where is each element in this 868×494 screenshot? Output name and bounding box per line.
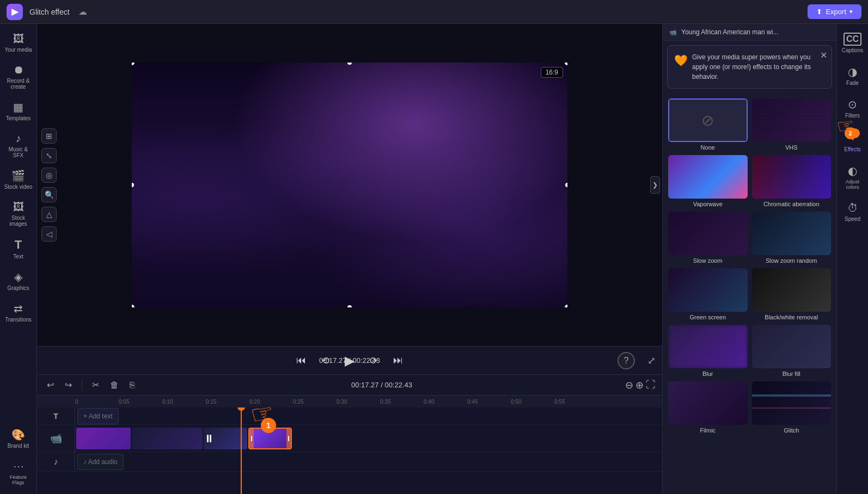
effect-chromatic[interactable]: Chromatic aberration: [752, 155, 832, 207]
undo-button[interactable]: ↩: [44, 378, 57, 392]
text-track-content[interactable]: + Add text: [75, 407, 662, 424]
sidebar-label-feature-flags: Feature Flags: [4, 474, 33, 485]
video-clip-2[interactable]: [132, 428, 203, 449]
skip-start-button[interactable]: ⏮: [294, 353, 308, 368]
feature-flags-icon: ⋯: [13, 460, 24, 473]
zoom-in-button[interactable]: ⊕: [635, 379, 644, 391]
effects-panel: 📹 Young African American man wi... 🧡 Giv…: [662, 24, 836, 494]
sidebar-item-record[interactable]: ⏺ Record & create: [2, 59, 35, 94]
effect-slow-zoom[interactable]: Slow zoom: [668, 212, 748, 264]
effect-slow-zoom-random[interactable]: Slow zoom random: [752, 212, 832, 264]
sidebar-item-stock-images[interactable]: 🖼 Stock images: [2, 196, 35, 231]
upload-icon: ⬆: [816, 8, 822, 16]
effect-thumb-vhs: [752, 98, 832, 142]
effect-blur-fill[interactable]: Blur fill: [752, 325, 832, 377]
handle-br[interactable]: [565, 305, 567, 307]
preview-left-tools: ⊞ ⤡ ◎ 🔍 △ ◁: [41, 128, 57, 242]
add-text-button[interactable]: + Add text: [77, 408, 119, 424]
panel-collapse-arrow[interactable]: ❯: [650, 176, 660, 194]
captions-icon: CC: [843, 33, 861, 46]
zoom-tool[interactable]: 🔍: [41, 187, 57, 202]
zoom-out-button[interactable]: ⊖: [625, 379, 633, 391]
project-title: Glitch effect: [29, 8, 70, 16]
sidebar-item-stock-video[interactable]: 🎬 Stock video: [2, 165, 35, 194]
effect-vaporwave[interactable]: Vaporwave: [668, 155, 748, 207]
far-right-effects[interactable]: ☞ 2 ✦ 2 Effects: [839, 126, 867, 157]
effect-thumb-vaporwave: [668, 155, 748, 199]
add-text-label: + Add text: [83, 412, 113, 420]
effect-label-blur: Blur: [668, 370, 748, 377]
far-right-panel: CC Captions ◑ Fade ⊙ Filters ☞ 2 ✦ 2 Eff…: [836, 24, 868, 494]
effects-scroll[interactable]: ⊘ None VHS: [663, 93, 836, 494]
templates-icon: ▦: [13, 101, 23, 114]
sidebar-label-graphics: Graphics: [7, 285, 29, 291]
sidebar-label-text: Text: [13, 254, 23, 260]
sidebar-item-templates[interactable]: ▦ Templates: [2, 96, 35, 126]
effect-filmic[interactable]: Filmic: [668, 381, 748, 434]
effects-badge: 2: [850, 128, 860, 138]
effect-label-glitch: Glitch: [752, 427, 832, 434]
sidebar-item-text[interactable]: T Text: [2, 233, 35, 264]
time-display: 00:17.27 / 00:22.43: [319, 356, 380, 365]
far-right-speed[interactable]: ⏱ Speed: [839, 197, 867, 226]
effect-none[interactable]: ⊘ None: [668, 98, 748, 151]
duplicate-button[interactable]: ⎘: [126, 379, 138, 392]
add-audio-button[interactable]: ♪ Add audio: [77, 454, 124, 470]
audio-track-content[interactable]: ♪ Add audio: [75, 452, 662, 471]
arrow-tool[interactable]: △: [41, 207, 57, 222]
effect-thumb-blur-fill: [752, 325, 832, 368]
effect-thumb-none: ⊘: [668, 98, 748, 142]
video-clip-4-active[interactable]: [248, 428, 292, 449]
delete-button[interactable]: 🗑: [107, 379, 122, 392]
crop-tool[interactable]: ⊞: [41, 128, 57, 144]
sidebar-label-brand: Brand kit: [8, 443, 29, 449]
motion-tool[interactable]: ◎: [41, 168, 57, 183]
skip-end-button[interactable]: ⏭: [391, 353, 405, 368]
playhead[interactable]: [241, 407, 242, 494]
main-layout: 🖼 Your media ⏺ Record & create ▦ Templat…: [0, 24, 868, 494]
cut-button[interactable]: ✂: [89, 378, 102, 392]
effect-thumb-blur: [668, 325, 748, 368]
fullscreen-button[interactable]: ⤢: [647, 355, 656, 367]
far-right-filters[interactable]: ⊙ Filters: [839, 94, 867, 123]
adjust-colors-label: Adjust colors: [841, 179, 865, 190]
far-right-adjust-colors[interactable]: ◐ Adjust colors: [839, 160, 867, 194]
tooltip-text: Give your media super powers when you ap…: [692, 52, 825, 82]
fit-button[interactable]: ⛶: [646, 379, 656, 391]
filters-icon: ⊙: [848, 98, 857, 111]
sidebar-item-brand[interactable]: 🎨 Brand kit: [2, 424, 35, 453]
effect-bw-removal[interactable]: Black/white removal: [752, 268, 832, 320]
speed-icon: ⏱: [847, 202, 858, 214]
help-button[interactable]: ?: [618, 352, 635, 369]
transform-tool[interactable]: ⤡: [41, 148, 57, 163]
effect-label-filmic: Filmic: [668, 427, 748, 434]
text-track-row: T + Add text: [37, 407, 662, 425]
sidebar-item-transitions[interactable]: ⇄ Transitions: [2, 298, 35, 327]
tooltip-close-button[interactable]: ✕: [820, 50, 827, 60]
far-right-fade[interactable]: ◑ Fade: [839, 61, 867, 90]
effect-label-vhs: VHS: [752, 144, 832, 151]
effect-label-slow-zoom: Slow zoom: [668, 257, 748, 264]
sidebar-item-music[interactable]: ♪ Music & SFX: [2, 128, 35, 163]
effect-blur[interactable]: Blur: [668, 325, 748, 377]
export-button[interactable]: ⬆ Export ▾: [808, 4, 861, 19]
audio-track-label: ♪: [37, 452, 75, 471]
sidebar-item-feature-flags[interactable]: ⋯ Feature Flags: [2, 455, 35, 490]
redo-button[interactable]: ↪: [62, 378, 75, 392]
sidebar-label-music: Music & SFX: [4, 146, 33, 158]
export-arrow-icon: ▾: [849, 8, 853, 15]
handle-right[interactable]: [565, 183, 567, 187]
effect-thumb-slow-zoom-random: [752, 212, 832, 255]
topbar: ▶ Glitch effect ☁ ⬆ Export ▾: [0, 0, 868, 24]
handle-bottom[interactable]: [347, 305, 352, 307]
effect-green-screen[interactable]: Green screen: [668, 268, 748, 320]
pointer-tool[interactable]: ◁: [41, 226, 57, 242]
sidebar-item-graphics[interactable]: ◈ Graphics: [2, 266, 35, 295]
effect-glitch[interactable]: Glitch: [752, 381, 832, 434]
timeline-ruler: 0 0:05 0:10 0:15 0:20 0:25 0:30 0:35 0:4…: [37, 396, 662, 407]
far-right-captions[interactable]: CC Captions: [839, 28, 867, 58]
effect-vhs[interactable]: VHS: [752, 98, 832, 151]
sidebar-item-your-media[interactable]: 🖼 Your media: [2, 28, 35, 57]
video-clip-1[interactable]: [76, 428, 131, 449]
sidebar-label-transitions: Transitions: [5, 317, 32, 323]
